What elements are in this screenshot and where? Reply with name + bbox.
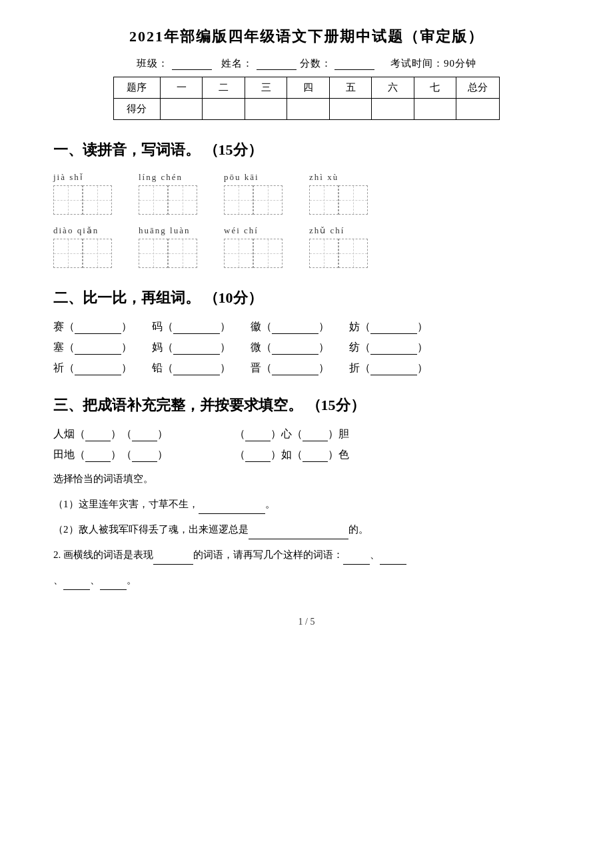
score-table-header-row: 题序 一 二 三 四 五 六 七 总分 [114,77,500,99]
section2-title: 二、比一比，再组词。 [53,289,200,306]
blank-ru1[interactable] [245,450,271,462]
char-box[interactable] [83,239,112,268]
compare-item-ma: 码（） [152,320,231,334]
score-cell-7[interactable] [414,99,456,120]
blank-tiandi1[interactable] [85,450,111,462]
sub-instruction: 选择恰当的词语填空。 [53,469,560,489]
time-label: 考试时间：90分钟 [390,58,476,69]
section1-header: 一、读拼音，写词语。 （15分） [53,140,560,160]
compare-item-hui: 徽（） [251,320,329,334]
blank-q2-2[interactable] [343,553,370,565]
char-box[interactable] [224,239,253,268]
compare-row-1: 赛（） 码（） 徽（） 妨（） [53,320,560,334]
score-cell-3[interactable] [245,99,287,120]
blank-q2-3[interactable] [380,553,406,565]
fill-qi[interactable] [75,363,121,375]
compare-row-2: 塞（） 妈（） 微（） 纺（） [53,341,560,355]
col-tixu: 题序 [114,77,161,99]
compare-item-qi: 祈（） [53,361,132,375]
char-box[interactable] [168,185,197,215]
fill-jin[interactable] [272,363,318,375]
name-blank[interactable] [257,58,297,70]
pinyin-zhixu: zhì xù [309,172,338,183]
char-boxes-lingchen [139,185,197,215]
char-box[interactable] [224,185,253,215]
score-cell-1[interactable] [160,99,202,120]
pinyin-group-huangluan: huāng luàn [139,225,197,268]
char-box[interactable] [338,185,368,215]
col-3: 三 [245,77,287,99]
pinyin-group-lingchen: líng chén [139,172,197,215]
section1-title: 一、读拼音，写词语。 [53,141,200,158]
score-cell-2[interactable] [203,99,245,120]
char-box[interactable] [309,239,338,268]
pinyin-group-zhuchi: zhǔ chí [309,225,368,268]
idiom-ru: （）如（）色 [235,448,349,462]
compare-item-wei: 微（） [251,341,329,355]
blank-renyan1[interactable] [85,429,111,441]
fill-sai2[interactable] [75,343,121,355]
char-box[interactable] [168,239,197,268]
pinyin-group-zhixu: zhì xù [309,172,368,215]
char-boxes-zhixu [309,185,368,215]
col-4: 四 [287,77,329,99]
char-box[interactable] [139,239,168,268]
score-cell-total[interactable] [456,99,500,120]
fill-qian[interactable] [173,363,220,375]
blank-xin1[interactable] [245,429,271,441]
sentence-blank-1[interactable] [199,502,265,514]
score-cell-5[interactable] [329,99,371,120]
sentence-blank-2[interactable] [249,527,348,539]
info-row: 班级： 姓名： 分数： 考试时间：90分钟 [53,57,560,70]
blank-xin2[interactable] [303,429,328,441]
pinyin-huangluan: huāng luàn [139,225,190,236]
blank-q2-1[interactable] [153,553,193,565]
idiom-xin: （）心（）胆 [235,427,349,441]
score-table-data-row: 得分 [114,99,500,120]
fill-sai[interactable] [75,322,121,334]
fill-wei[interactable] [272,343,318,355]
fill-zhe[interactable] [370,363,417,375]
section1-score: （15分） [204,141,263,158]
section3-header: 三、把成语补充完整，并按要求填空。 （15分） [53,395,560,415]
pinyin-lingchen: líng chén [139,172,183,183]
section2: 二、比一比，再组词。 （10分） 赛（） 码（） 徽（） 妨（） 塞（） 妈（）… [53,288,560,375]
score-blank[interactable] [334,58,374,70]
compare-item-mama: 妈（） [152,341,231,355]
page-number: 1 / 5 [53,617,560,627]
fill-mama[interactable] [173,343,220,355]
compare-item-fang1: 妨（） [349,320,428,334]
idiom-renyan: 人烟（）（） [53,427,168,441]
fill-hui[interactable] [272,322,318,334]
char-box[interactable] [53,185,83,215]
blank-q2-4[interactable] [63,578,90,590]
section3-score: （15分） [306,397,365,413]
blank-tiandi2[interactable] [132,450,157,462]
col-7: 七 [414,77,456,99]
col-2: 二 [203,77,245,99]
col-total: 总分 [456,77,500,99]
pinyin-group-weichi: wéi chí [224,225,283,268]
section1: 一、读拼音，写词语。 （15分） jià shǐ líng chén pōu k… [53,140,560,268]
class-blank[interactable] [172,58,212,70]
char-box[interactable] [309,185,338,215]
score-cell-4[interactable] [287,99,329,120]
pinyin-group-diaoqian: diào qiǎn [53,225,112,268]
char-box[interactable] [338,239,368,268]
fill-fang2[interactable] [370,343,417,355]
char-box[interactable] [139,185,168,215]
fill-fang1[interactable] [370,322,417,334]
score-cell-6[interactable] [372,99,414,120]
blank-ru2[interactable] [303,450,328,462]
char-box[interactable] [83,185,112,215]
blank-q2-5[interactable] [100,578,127,590]
compare-item-sai2: 塞（） [53,341,132,355]
char-box[interactable] [53,239,83,268]
section3: 三、把成语补充完整，并按要求填空。 （15分） 人烟（）（） （）心（）胆 田地… [53,395,560,590]
section2-header: 二、比一比，再组词。 （10分） [53,288,560,308]
blank-renyan2[interactable] [132,429,157,441]
char-box[interactable] [253,239,283,268]
char-box[interactable] [253,185,283,215]
fill-ma[interactable] [173,322,220,334]
defen-label: 得分 [114,99,161,120]
